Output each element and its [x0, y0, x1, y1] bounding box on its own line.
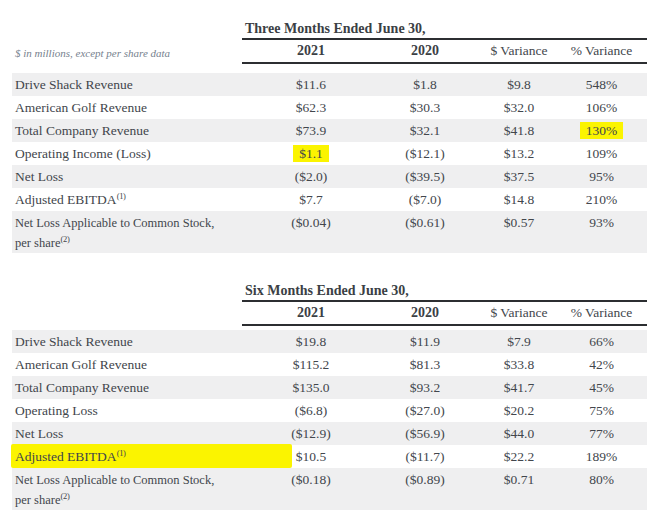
- cell-value: ($0.18): [242, 468, 380, 510]
- cell-value: ($12.1): [380, 142, 470, 165]
- row-label: Operating Loss: [12, 399, 242, 422]
- row-label: Drive Shack Revenue: [12, 330, 242, 353]
- cell-value: $41.7: [470, 376, 568, 399]
- row-label: Drive Shack Revenue: [12, 73, 242, 96]
- cell-value: $135.0: [242, 376, 380, 399]
- cell-value: $41.8: [470, 119, 568, 142]
- cell-value: ($0.61): [380, 211, 470, 253]
- cell-value: ($0.04): [242, 211, 380, 253]
- table-row: Operating Income (Loss)$1.1($12.1)$13.21…: [12, 142, 647, 165]
- table-row: Adjusted EBITDA(1)$10.5($11.7)$22.2189%: [12, 445, 647, 468]
- cell-value: 109%: [568, 142, 647, 165]
- cell-value: 42%: [568, 353, 647, 376]
- cell-value: $73.9: [242, 119, 380, 142]
- cell-value: 210%: [568, 188, 647, 211]
- cell-value: 75%: [568, 399, 647, 422]
- cell-value: $13.2: [470, 142, 568, 165]
- cell-value: $20.2: [470, 399, 568, 422]
- column-header-2020: 2020: [380, 40, 470, 62]
- column-header-2020: 2020: [380, 302, 470, 324]
- cell-value: $11.9: [380, 330, 470, 353]
- cell-value: 93%: [568, 211, 647, 253]
- table-title: Six Months Ended June 30,: [242, 281, 647, 302]
- cell-value: 77%: [568, 422, 647, 445]
- column-header-percent-variance: % Variance: [568, 302, 647, 324]
- cell-value: $30.3: [380, 96, 470, 119]
- cell-value: $1.8: [380, 73, 470, 96]
- table-head-right: Six Months Ended June 30, 2021 2020 $ Va…: [242, 281, 647, 326]
- table-head-right: Three Months Ended June 30, 2021 2020 $ …: [242, 19, 647, 64]
- column-header-percent-variance: % Variance: [568, 40, 647, 62]
- row-label: American Golf Revenue: [12, 96, 242, 119]
- cell-value: $115.2: [242, 353, 380, 376]
- table-rows: Drive Shack Revenue$19.8$11.9$7.966%Amer…: [0, 330, 647, 510]
- three-months-table: $ in millions, except per share data Thr…: [0, 19, 647, 253]
- table-row: Net Loss($2.0)($39.5)$37.595%: [12, 165, 647, 188]
- highlighted-value: $1.1: [293, 145, 329, 162]
- table-row: Total Company Revenue$135.0$93.2$41.745%: [12, 376, 647, 399]
- cell-value: $32.1: [380, 119, 470, 142]
- cell-value: ($0.89): [380, 468, 470, 510]
- column-header-2021: 2021: [242, 302, 380, 324]
- cell-value: ($56.9): [380, 422, 470, 445]
- table-head: $ in millions, except per share data Thr…: [0, 19, 647, 64]
- row-label: Total Company Revenue: [12, 376, 242, 399]
- cell-value: ($7.0): [380, 188, 470, 211]
- table-row: Drive Shack Revenue$19.8$11.9$7.966%: [12, 330, 647, 353]
- table-row: American Golf Revenue$115.2$81.3$33.842%: [12, 353, 647, 376]
- table-row: Net Loss Applicable to Common Stock,per …: [12, 468, 647, 510]
- six-months-table: Six Months Ended June 30, 2021 2020 $ Va…: [0, 281, 647, 510]
- row-label: Net Loss Applicable to Common Stock,per …: [12, 468, 242, 510]
- row-label: Net Loss Applicable to Common Stock,per …: [12, 211, 242, 253]
- row-label: Operating Income (Loss): [12, 142, 242, 165]
- cell-value: $1.1: [242, 142, 380, 165]
- cell-value: 95%: [568, 165, 647, 188]
- row-label: American Golf Revenue: [12, 353, 242, 376]
- cell-value: 548%: [568, 73, 647, 96]
- table-row: Total Company Revenue$73.9$32.1$41.8130%: [12, 119, 647, 142]
- column-headers: 2021 2020 $ Variance % Variance: [242, 302, 647, 326]
- row-label: Net Loss: [12, 165, 242, 188]
- units-note: $ in millions, except per share data: [0, 47, 242, 64]
- cell-value: $7.7: [242, 188, 380, 211]
- cell-value: $11.6: [242, 73, 380, 96]
- cell-value: ($27.0): [380, 399, 470, 422]
- cell-value: $22.2: [470, 445, 568, 468]
- cell-value: ($39.5): [380, 165, 470, 188]
- cell-value: 45%: [568, 376, 647, 399]
- cell-value: $9.8: [470, 73, 568, 96]
- table-row: Net Loss($12.9)($56.9)$44.077%: [12, 422, 647, 445]
- table-row: Operating Loss($6.8)($27.0)$20.275%: [12, 399, 647, 422]
- cell-value: 189%: [568, 445, 647, 468]
- cell-value: $32.0: [470, 96, 568, 119]
- cell-value: $37.5: [470, 165, 568, 188]
- table-head: Six Months Ended June 30, 2021 2020 $ Va…: [0, 281, 647, 326]
- cell-value: $19.8: [242, 330, 380, 353]
- table-title: Three Months Ended June 30,: [242, 19, 647, 40]
- cell-value: $33.8: [470, 353, 568, 376]
- table-row: Net Loss Applicable to Common Stock,per …: [12, 211, 647, 253]
- row-label: Adjusted EBITDA(1): [12, 445, 242, 468]
- cell-value: $62.3: [242, 96, 380, 119]
- row-label: Total Company Revenue: [12, 119, 242, 142]
- cell-value: $93.2: [380, 376, 470, 399]
- cell-value: $10.5: [242, 445, 380, 468]
- cell-value: $7.9: [470, 330, 568, 353]
- cell-value: ($11.7): [380, 445, 470, 468]
- column-header-dollar-variance: $ Variance: [470, 40, 568, 62]
- cell-value: $81.3: [380, 353, 470, 376]
- cell-value: 66%: [568, 330, 647, 353]
- cell-value: $0.71: [470, 468, 568, 510]
- empty-note-cell: [0, 321, 242, 326]
- highlighted-value: 130%: [580, 122, 624, 139]
- cell-value: ($6.8): [242, 399, 380, 422]
- column-header-dollar-variance: $ Variance: [470, 302, 568, 324]
- table-rows: Drive Shack Revenue$11.6$1.8$9.8548%Amer…: [0, 73, 647, 253]
- cell-value: $14.8: [470, 188, 568, 211]
- table-row: Drive Shack Revenue$11.6$1.8$9.8548%: [12, 73, 647, 96]
- cell-value: $44.0: [470, 422, 568, 445]
- column-headers: 2021 2020 $ Variance % Variance: [242, 40, 647, 64]
- table-row: American Golf Revenue$62.3$30.3$32.0106%: [12, 96, 647, 119]
- row-label: Adjusted EBITDA(1): [12, 188, 242, 211]
- cell-value: ($2.0): [242, 165, 380, 188]
